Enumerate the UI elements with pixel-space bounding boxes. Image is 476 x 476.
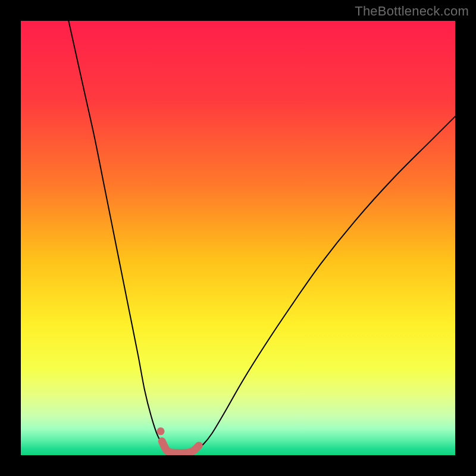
watermark-text: TheBottleneck.com [355, 4, 469, 19]
gradient-background [21, 21, 455, 455]
chart-svg [21, 21, 455, 455]
plot-area [21, 21, 455, 455]
chart-frame: TheBottleneck.com [0, 0, 476, 476]
trough-dot-marker [157, 427, 165, 435]
